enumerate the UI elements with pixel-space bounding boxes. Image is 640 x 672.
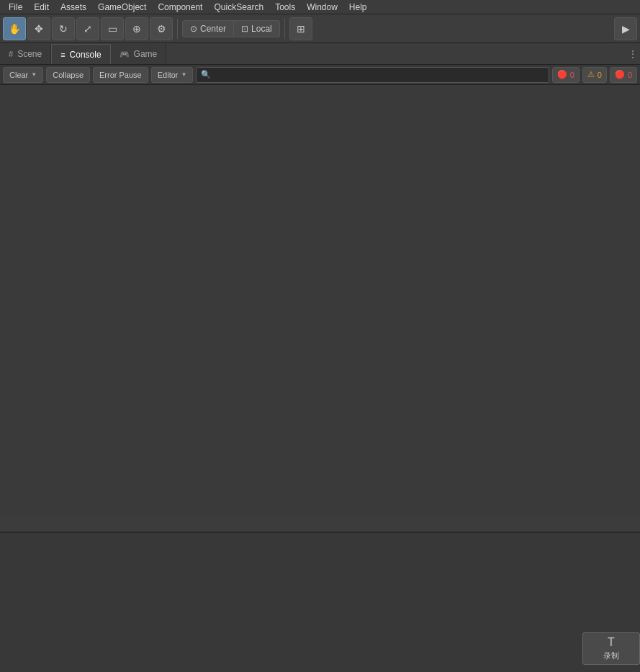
scene-tab-label: Scene bbox=[17, 49, 42, 59]
console-tab-icon: ≡ bbox=[60, 50, 65, 59]
local-pivot-label: Local bbox=[251, 24, 272, 34]
editor-dropdown-icon: ▼ bbox=[181, 71, 186, 78]
error-badge[interactable]: 🛑 0 bbox=[552, 67, 580, 83]
center-pivot-label: Center bbox=[200, 24, 226, 34]
tab-console[interactable]: ≡ Console bbox=[51, 44, 110, 64]
menu-component[interactable]: Component bbox=[152, 1, 208, 14]
hand-tool-button[interactable]: ✋ bbox=[3, 17, 26, 40]
bottom-panel: T 录制 bbox=[0, 532, 640, 672]
warning-badge[interactable]: ⚠ 0 bbox=[582, 67, 607, 83]
menu-bar: File Edit Assets GameObject Component Qu… bbox=[0, 0, 640, 14]
rotate-tool-button[interactable]: ↻ bbox=[52, 17, 75, 40]
play-button[interactable]: ▶ bbox=[614, 17, 637, 40]
tabs-more-button[interactable]: ⋮ bbox=[626, 44, 640, 64]
editor-label: Editor bbox=[158, 71, 179, 79]
console-toolbar: Clear ▼ Collapse Error Pause Editor ▼ 🔍 … bbox=[0, 65, 640, 85]
center-pivot-button[interactable]: ⊙ Center bbox=[183, 21, 233, 37]
error-pause-label: Error Pause bbox=[99, 71, 142, 79]
tab-game[interactable]: 🎮 Game bbox=[111, 44, 167, 64]
toolbar: ✋ ✥ ↻ ⤢ ▭ ⊕ ⚙ ⊙ Center ⊡ Local ⊞ ▶ bbox=[0, 14, 640, 43]
clear-label: Clear bbox=[9, 71, 28, 79]
scale-tool-button[interactable]: ⤢ bbox=[76, 17, 99, 40]
local-pivot-icon: ⊡ bbox=[241, 24, 248, 34]
search-box[interactable]: 🔍 bbox=[196, 67, 549, 83]
search-input[interactable] bbox=[214, 71, 544, 79]
game-tab-label: Game bbox=[134, 49, 158, 59]
menu-edit[interactable]: Edit bbox=[28, 1, 55, 14]
local-pivot-button[interactable]: ⊡ Local bbox=[233, 21, 279, 37]
tabs-row: # Scene ≡ Console 🎮 Game ⋮ bbox=[0, 43, 640, 65]
game-tab-icon: 🎮 bbox=[120, 50, 130, 59]
menu-gameobject[interactable]: GameObject bbox=[92, 1, 152, 14]
transform-tool-button[interactable]: ⊕ bbox=[125, 17, 148, 40]
menu-assets[interactable]: Assets bbox=[55, 1, 92, 14]
scene-tab-icon: # bbox=[9, 50, 13, 58]
center-pivot-icon: ⊙ bbox=[190, 24, 197, 34]
layers-icon: ⊞ bbox=[297, 23, 305, 35]
layers-button[interactable]: ⊞ bbox=[289, 17, 312, 40]
menu-file[interactable]: File bbox=[3, 1, 28, 14]
clear-button[interactable]: Clear ▼ bbox=[3, 67, 43, 83]
info-badge[interactable]: 🛑 0 bbox=[610, 67, 637, 83]
error-badge-icon: 🛑 bbox=[557, 70, 567, 79]
clear-dropdown-icon: ▼ bbox=[31, 71, 37, 78]
play-controls: ▶ bbox=[614, 17, 637, 40]
menu-window[interactable]: Window bbox=[301, 1, 343, 14]
recording-label: 录制 bbox=[603, 650, 619, 661]
tab-scene[interactable]: # Scene bbox=[0, 44, 51, 64]
collapse-label: Collapse bbox=[53, 71, 84, 79]
info-badge-icon: 🛑 bbox=[615, 70, 625, 79]
menu-help[interactable]: Help bbox=[343, 1, 373, 14]
pivot-group: ⊙ Center ⊡ Local bbox=[182, 20, 280, 37]
error-pause-button[interactable]: Error Pause bbox=[93, 67, 148, 83]
console-main bbox=[0, 85, 640, 517]
menu-quicksearch[interactable]: QuickSearch bbox=[208, 1, 269, 14]
toolbar-separator-2 bbox=[284, 19, 285, 39]
recording-overlay: T 录制 bbox=[582, 632, 640, 665]
move-tool-button[interactable]: ✥ bbox=[27, 17, 50, 40]
console-tab-label: Console bbox=[70, 50, 102, 60]
warning-badge-icon: ⚠ bbox=[587, 70, 595, 79]
info-badge-count: 0 bbox=[628, 71, 632, 79]
toolbar-separator-1 bbox=[177, 19, 178, 39]
rect-tool-button[interactable]: ▭ bbox=[101, 17, 124, 40]
collapse-button[interactable]: Collapse bbox=[46, 67, 90, 83]
editor-button[interactable]: Editor ▼ bbox=[151, 67, 194, 83]
recording-icon: T bbox=[608, 636, 615, 649]
search-icon: 🔍 bbox=[201, 70, 211, 79]
menu-tools[interactable]: Tools bbox=[269, 1, 301, 14]
error-badge-count: 0 bbox=[570, 71, 574, 79]
custom-tools-button[interactable]: ⚙ bbox=[150, 17, 173, 40]
warning-badge-count: 0 bbox=[598, 71, 602, 79]
